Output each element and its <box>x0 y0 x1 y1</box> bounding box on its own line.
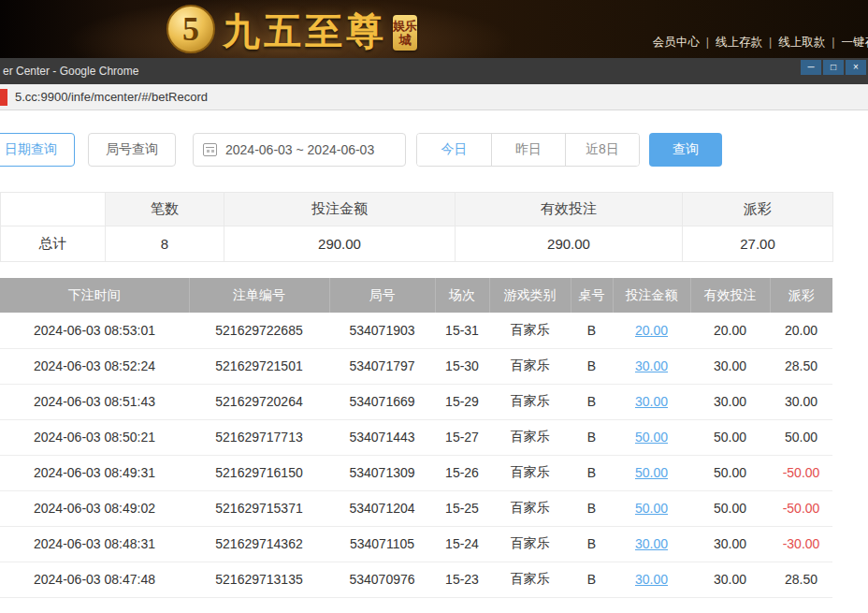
top-nav: 会员中心|线上存款|线上取款|一键存 <box>646 35 868 51</box>
cell-bet-time: 2024-06-03 08:49:31 <box>0 455 189 490</box>
cell-payout: -50.00 <box>770 490 832 526</box>
cell-valid-bet: 20.00 <box>690 313 770 348</box>
bet-amount-link[interactable]: 30.00 <box>635 536 668 551</box>
quick-last8days-button[interactable]: 近8日 <box>565 134 639 166</box>
quick-yesterday-button[interactable]: 昨日 <box>491 134 565 166</box>
quick-today-button[interactable]: 今日 <box>417 134 491 166</box>
summary-total-payout: 27.00 <box>683 226 833 262</box>
col-header-valid-bet: 有效投注 <box>690 278 770 313</box>
table-row: 2024-06-03 08:49:02 521629715371 5340712… <box>0 490 832 526</box>
browser-url-bar[interactable]: 5.cc:9900/infe/mcenter/#/betRecord <box>0 84 868 110</box>
bet-amount-link[interactable]: 50.00 <box>635 465 668 480</box>
cell-payout: 30.00 <box>770 384 832 419</box>
table-row: 2024-06-03 08:52:24 521629721501 5340717… <box>0 348 832 384</box>
cell-session: 15-25 <box>435 490 489 526</box>
cell-session: 15-31 <box>435 313 489 348</box>
cell-payout: 20.00 <box>770 313 832 348</box>
cell-table-number: B <box>571 313 613 348</box>
cell-valid-bet: 30.00 <box>690 348 770 384</box>
url-text: 5.cc:9900/infe/mcenter/#/betRecord <box>15 90 208 104</box>
cell-valid-bet: 30.00 <box>690 562 770 597</box>
bet-amount-link[interactable]: 30.00 <box>635 394 668 409</box>
cell-bet-amount: 50.00 <box>613 455 690 490</box>
cell-bet-id: 521629720264 <box>189 384 329 419</box>
date-query-tab[interactable]: 日期查询 <box>0 133 75 167</box>
cell-valid-bet: 50.00 <box>690 455 770 490</box>
browser-title-bar: er Center - Google Chrome ─ □ × <box>0 58 868 84</box>
cell-bet-id: 521629713135 <box>189 562 329 597</box>
site-favicon-icon <box>0 89 7 106</box>
bet-record-table: 下注时间 注单编号 局号 场次 游戏类别 桌号 投注金额 有效投注 派彩 202… <box>0 278 832 598</box>
nav-online-withdraw[interactable]: 线上取款 <box>778 36 825 49</box>
minimize-button[interactable]: ─ <box>801 60 821 75</box>
col-header-game-type: 游戏类别 <box>489 278 571 313</box>
bet-amount-link[interactable]: 50.00 <box>635 501 668 516</box>
nav-one-key[interactable]: 一键存 <box>842 36 868 49</box>
bet-amount-link[interactable]: 30.00 <box>635 358 668 373</box>
cell-valid-bet: 50.00 <box>690 490 770 526</box>
cell-table-number: B <box>571 348 613 384</box>
col-header-bet-time: 下注时间 <box>0 278 189 313</box>
cell-round-number: 534070976 <box>329 562 435 597</box>
bet-amount-link[interactable]: 20.00 <box>635 323 668 338</box>
col-header-payout: 派彩 <box>770 278 832 313</box>
cell-bet-id: 521629721501 <box>189 348 329 384</box>
date-range-value: 2024-06-03 ~ 2024-06-03 <box>225 142 374 157</box>
cell-bet-time: 2024-06-03 08:47:48 <box>0 562 189 597</box>
round-query-tab[interactable]: 局号查询 <box>88 133 176 167</box>
cell-bet-id: 521629722685 <box>189 313 329 348</box>
cell-bet-amount: 50.00 <box>613 419 690 455</box>
cell-bet-time: 2024-06-03 08:50:21 <box>0 419 189 455</box>
summary-total-label: 总计 <box>1 226 106 262</box>
summary-total-count: 8 <box>106 226 224 262</box>
col-header-bet-id: 注单编号 <box>189 278 329 313</box>
cell-payout: 28.50 <box>770 562 832 597</box>
bet-amount-link[interactable]: 30.00 <box>635 572 668 587</box>
cell-session: 15-26 <box>435 455 489 490</box>
filter-row: 日期查询 局号查询 2024-06-03 ~ 2024-06-03 今日 昨日 … <box>0 133 868 167</box>
cell-game-type: 百家乐 <box>489 384 571 419</box>
cell-payout: -50.00 <box>770 455 832 490</box>
cell-payout: -30.00 <box>770 526 832 562</box>
cell-bet-time: 2024-06-03 08:51:43 <box>0 384 189 419</box>
nav-member-center[interactable]: 会员中心 <box>653 36 700 49</box>
table-row: 2024-06-03 08:47:48 521629713135 5340709… <box>0 562 832 597</box>
logo-coin-icon: 5 <box>166 5 215 53</box>
cell-table-number: B <box>571 455 613 490</box>
cell-bet-amount: 50.00 <box>613 490 690 526</box>
col-header-bet-amount: 投注金额 <box>613 278 690 313</box>
cell-game-type: 百家乐 <box>489 419 571 455</box>
cell-bet-time: 2024-06-03 08:52:24 <box>0 348 189 384</box>
cell-bet-time: 2024-06-03 08:53:01 <box>0 313 189 348</box>
cell-round-number: 534071309 <box>329 455 435 490</box>
logo-badge: 娱乐城 <box>393 15 417 51</box>
close-button[interactable]: × <box>846 60 866 75</box>
cell-bet-id: 521629717713 <box>189 419 329 455</box>
cell-bet-id: 521629716150 <box>189 455 329 490</box>
cell-session: 15-29 <box>435 384 489 419</box>
table-row: 2024-06-03 08:48:31 521629714362 5340711… <box>0 526 832 562</box>
cell-game-type: 百家乐 <box>489 313 571 348</box>
cell-bet-amount: 20.00 <box>613 313 690 348</box>
cell-round-number: 534071797 <box>329 348 435 384</box>
cell-bet-id: 521629714362 <box>189 526 329 562</box>
nav-online-deposit[interactable]: 线上存款 <box>716 36 762 49</box>
date-range-input[interactable]: 2024-06-03 ~ 2024-06-03 <box>193 133 406 167</box>
bet-table-header-row: 下注时间 注单编号 局号 场次 游戏类别 桌号 投注金额 有效投注 派彩 <box>0 278 832 313</box>
cell-valid-bet: 30.00 <box>690 384 770 419</box>
nav-separator: | <box>769 36 772 49</box>
maximize-button[interactable]: □ <box>823 60 844 75</box>
cell-session: 15-24 <box>435 526 489 562</box>
summary-header-payout: 派彩 <box>683 193 833 226</box>
cell-bet-id: 521629715371 <box>189 490 329 526</box>
search-button[interactable]: 查询 <box>649 133 722 167</box>
bet-table-body: 2024-06-03 08:53:01 521629722685 5340719… <box>0 313 832 597</box>
cell-game-type: 百家乐 <box>489 455 571 490</box>
site-header: 5 九五至尊 娱乐城 会员中心|线上存款|线上取款|一键存 <box>0 0 868 58</box>
cell-bet-amount: 30.00 <box>613 562 690 597</box>
cell-table-number: B <box>571 384 613 419</box>
table-row: 2024-06-03 08:50:21 521629717713 5340714… <box>0 419 832 455</box>
bet-amount-link[interactable]: 50.00 <box>635 430 668 445</box>
summary-header-bet-amount: 投注金额 <box>224 193 456 226</box>
cell-session: 15-27 <box>435 419 489 455</box>
